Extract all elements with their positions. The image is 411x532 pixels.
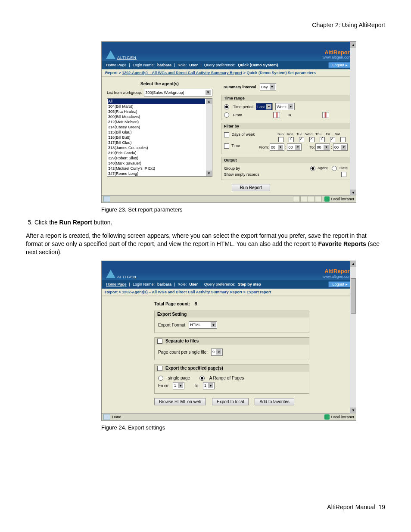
workgroup-select[interactable]: 300(Sales Workgroup) ▼ bbox=[144, 89, 212, 96]
parameter-panel: Summary interval Day ▼ Time range Time p… bbox=[221, 81, 351, 183]
from-date-radio[interactable] bbox=[224, 112, 229, 118]
pref-label: Query preference: bbox=[204, 63, 236, 67]
time-period-radio[interactable] bbox=[224, 104, 229, 109]
day-wed-checkbox[interactable] bbox=[309, 137, 314, 142]
time-period-last-select[interactable]: Last ▼ bbox=[256, 103, 273, 110]
agent-listbox[interactable]: ▲ ▼ All 304(Bill Marot) 305(Rita Hiralez… bbox=[107, 98, 212, 177]
scrollbar-thumb[interactable] bbox=[351, 278, 356, 314]
scroll-up-icon[interactable]: ▲ bbox=[350, 42, 356, 48]
day-sat-checkbox[interactable] bbox=[340, 137, 346, 142]
list-item[interactable]: 342(Michael Curry's IP Ext) bbox=[108, 166, 205, 171]
summary-interval-label: Summary interval bbox=[224, 85, 256, 89]
brand-block: AltiReport www.altigen.com bbox=[322, 50, 352, 60]
range-to-label: To: bbox=[194, 383, 199, 388]
screenshot-export-settings: ▲ ▼ ALTIGEN AltiReport www.altigen.com H… bbox=[101, 261, 356, 421]
group-by-agent-radio[interactable] bbox=[310, 166, 315, 171]
total-pages-value: 9 bbox=[195, 302, 197, 306]
day-thu-checkbox[interactable] bbox=[320, 137, 325, 142]
list-item[interactable]: 318(James Coucoules) bbox=[108, 145, 205, 150]
day-sun-checkbox[interactable] bbox=[278, 137, 283, 142]
days-of-week-checkbox[interactable] bbox=[224, 132, 229, 137]
list-item[interactable]: 340(Mark Savauer) bbox=[108, 161, 205, 166]
chevron-down-icon: ▼ bbox=[178, 383, 183, 388]
list-scroll-down-icon[interactable]: ▼ bbox=[206, 171, 212, 176]
logout-button[interactable]: Logout ▸ bbox=[328, 62, 352, 68]
scroll-down-icon[interactable]: ▼ bbox=[350, 408, 356, 414]
time-to-hour-select[interactable]: 00▼ bbox=[315, 143, 330, 151]
list-item[interactable]: All bbox=[108, 99, 205, 104]
calendar-icon[interactable] bbox=[273, 112, 280, 118]
calendar-icon[interactable] bbox=[322, 112, 329, 118]
day-fri-checkbox[interactable] bbox=[330, 137, 335, 142]
logout-button[interactable]: Logout ▸ bbox=[328, 281, 352, 287]
role-label: Role: bbox=[177, 282, 187, 286]
export-format-select[interactable]: HTML ▼ bbox=[189, 321, 217, 329]
chevron-down-icon: ▼ bbox=[206, 90, 211, 95]
crumb-report-link[interactable]: 1202-Agent(s) – All WGs and Direct Call … bbox=[122, 290, 242, 294]
export-local-button[interactable]: Export to local bbox=[212, 398, 249, 405]
time-from-hour-select[interactable]: 00▼ bbox=[270, 143, 284, 151]
total-pages-label: Total Page count: bbox=[154, 302, 190, 306]
brand-url: www.altigen.com bbox=[322, 275, 352, 279]
group-by-date-radio[interactable] bbox=[332, 166, 337, 171]
list-item[interactable]: 319(Eric Garcia) bbox=[108, 150, 205, 156]
tp-unit-value: Week bbox=[277, 105, 286, 109]
time-range-group: Time range Time period Last ▼ Week ▼ bbox=[221, 95, 351, 120]
run-report-button[interactable]: Run Report bbox=[232, 184, 270, 191]
range-pages-radio[interactable] bbox=[199, 376, 205, 381]
specified-pages-header: Export the specified page(s) bbox=[165, 366, 223, 370]
day-label: Tue bbox=[295, 132, 304, 136]
home-link[interactable]: Home Page bbox=[106, 63, 127, 67]
list-scrollbar-track[interactable] bbox=[206, 104, 212, 171]
home-link[interactable]: Home Page bbox=[106, 282, 127, 286]
separate-files-checkbox[interactable] bbox=[157, 339, 162, 344]
time-from-min-select[interactable]: 00▼ bbox=[287, 143, 302, 151]
arrow-right-icon: ▸ bbox=[346, 282, 348, 286]
list-item[interactable]: 351(Melissa Fleming) bbox=[108, 176, 205, 177]
list-item[interactable]: 309(Bill Meadows) bbox=[108, 114, 205, 119]
summary-interval-select[interactable]: Day ▼ bbox=[260, 83, 276, 90]
export-format-value: HTML bbox=[190, 323, 201, 327]
list-item[interactable]: 304(Bill Marot) bbox=[108, 104, 205, 109]
list-item[interactable]: 314(Casey Green) bbox=[108, 124, 205, 130]
day-tue-checkbox[interactable] bbox=[299, 137, 304, 142]
list-item[interactable]: 305(Rita Hiralez) bbox=[108, 109, 205, 114]
list-item[interactable]: 316(Bill Butt) bbox=[108, 135, 205, 140]
list-item[interactable]: 312(Matt Nielson) bbox=[108, 119, 205, 124]
role-value: User bbox=[189, 63, 198, 67]
filter-by-header: Filter by bbox=[221, 123, 350, 129]
separate-files-group: Separate to files Page count per single … bbox=[154, 337, 309, 360]
time-filter-checkbox[interactable] bbox=[224, 143, 229, 149]
login-label: Login Name: bbox=[133, 63, 155, 67]
crumb-report-link[interactable]: 1202-Agent(s) – All WGs and Direct Call … bbox=[122, 71, 242, 75]
list-item[interactable]: 315(Bill Glau) bbox=[108, 130, 205, 135]
list-scroll-up-icon[interactable]: ▲ bbox=[206, 99, 212, 104]
time-to-label: To: bbox=[309, 145, 314, 149]
add-favorites-button[interactable]: Add to favorites bbox=[255, 398, 294, 405]
time-range-header: Time range bbox=[221, 95, 350, 101]
workgroup-label: List from workgroup: bbox=[107, 90, 142, 95]
range-from-select[interactable]: 1 ▼ bbox=[173, 382, 184, 389]
single-page-radio[interactable] bbox=[158, 376, 163, 381]
list-item[interactable]: 347(Renee Long) bbox=[108, 171, 205, 176]
range-to-select[interactable]: 1 ▼ bbox=[203, 382, 215, 389]
list-item[interactable]: 317(Bill Glau) bbox=[108, 140, 205, 145]
scroll-up-icon[interactable]: ▲ bbox=[350, 261, 356, 267]
nav-row: Home Page | Login Name: barbara | Role: … bbox=[102, 61, 356, 69]
specified-pages-checkbox[interactable] bbox=[157, 366, 162, 371]
pref-value: Step by step bbox=[238, 282, 261, 286]
zone-icons bbox=[293, 196, 322, 202]
step-5: Click the Run Report button. bbox=[34, 219, 385, 226]
scroll-down-icon[interactable]: ▼ bbox=[350, 190, 356, 196]
time-period-unit-select[interactable]: Week ▼ bbox=[275, 103, 295, 110]
list-item[interactable]: 329(Robert Silos) bbox=[108, 156, 205, 161]
browse-html-button[interactable]: Browse HTML on web bbox=[154, 398, 206, 405]
page-count-select[interactable]: 9 ▼ bbox=[211, 348, 223, 356]
range-to-value: 1 bbox=[204, 383, 206, 388]
show-empty-checkbox[interactable] bbox=[341, 172, 346, 177]
window-scrollbar[interactable]: ▲ ▼ bbox=[350, 261, 356, 414]
pref-label: Query preference: bbox=[204, 282, 236, 286]
day-mon-checkbox[interactable] bbox=[289, 137, 294, 142]
time-to-min-select[interactable]: 00▼ bbox=[333, 143, 348, 151]
window-scrollbar[interactable]: ▲ ▼ bbox=[350, 42, 356, 196]
